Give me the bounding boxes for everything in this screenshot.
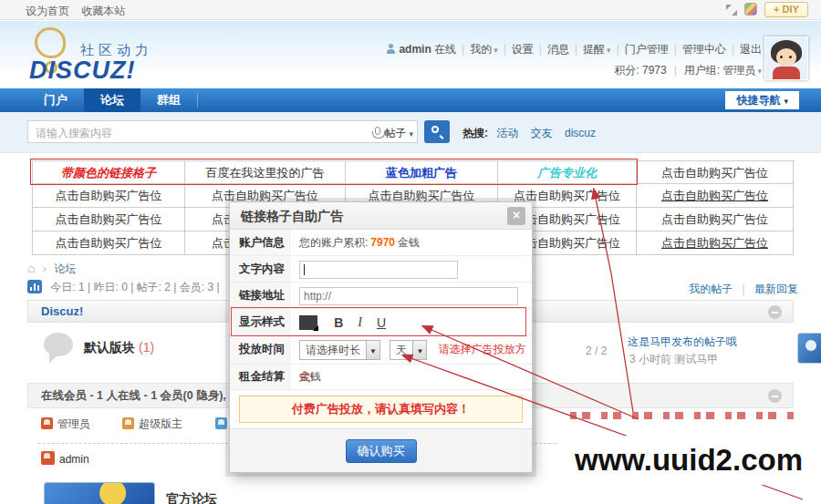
forum-name-link[interactable]: 默认版块(1)	[84, 340, 154, 356]
hot-search-label: 热搜:	[462, 127, 488, 139]
italic-button[interactable]: I	[351, 310, 369, 335]
collapse-icon[interactable]	[768, 389, 782, 403]
stats-text: 今日: 1 | 昨日: 0 | 帖子: 2 | 会员: 3 |	[50, 281, 219, 293]
text-content-label: 文字内容	[230, 256, 290, 282]
user-links-row: admin 在线|我的|设置|消息|提醒|门户管理|管理中心|退出	[386, 42, 762, 57]
display-style-label: 显示样式	[230, 309, 290, 334]
user-icon	[386, 44, 396, 54]
ad-text-input[interactable]	[299, 261, 458, 279]
duration-select[interactable]: 请选择时长	[299, 340, 380, 360]
hot-link-3[interactable]: discuz	[565, 127, 596, 139]
ad-header-blue-bold[interactable]: 蓝色加粗广告	[346, 161, 498, 184]
online-members-title: 在线会员 - 1 人在线 - 1 会员(0 隐身), 0 位	[41, 389, 250, 402]
account-row: 账户信息 您的账户累积:7970金钱	[230, 230, 532, 256]
super-mod-group-icon	[122, 417, 134, 429]
link-url-row: 链接地址 http://	[230, 283, 532, 309]
latest-replies-link[interactable]: 最新回复	[754, 283, 798, 295]
search-band: 请输入搜索内容 帖子 热搜: 活动 交友 discuz	[0, 112, 821, 153]
account-credit-value: 7970	[370, 236, 395, 249]
widescreen-toggle-icon[interactable]	[726, 5, 737, 15]
logout-link[interactable]: 退出	[740, 43, 762, 56]
rent-label: 租金结算	[230, 365, 290, 389]
breadcrumb-current[interactable]: 论坛	[54, 262, 76, 275]
underline-button[interactable]: U	[372, 310, 390, 335]
stats-chart-icon	[27, 280, 42, 293]
online-member-item[interactable]: admin	[41, 451, 89, 466]
search-input[interactable]: 请输入搜索内容 帖子	[27, 120, 418, 143]
collapse-icon[interactable]	[768, 305, 782, 319]
ad-header-professional[interactable]: 广告专业化	[498, 161, 637, 184]
my-posts-link[interactable]: 我的帖子	[689, 283, 733, 295]
theme-palette-icon[interactable]	[744, 3, 757, 15]
search-placeholder: 请输入搜索内容	[36, 126, 112, 141]
diy-button[interactable]: + DIY	[764, 2, 808, 17]
hot-link-2[interactable]: 交友	[531, 127, 553, 139]
category-title[interactable]: Discuz!	[41, 304, 83, 318]
right-links: 我的帖子 | 最新回复	[689, 282, 798, 297]
forum-bubble-icon	[44, 333, 73, 356]
nav-portal[interactable]: 门户	[27, 88, 84, 112]
reminders-menu[interactable]: 提醒	[583, 43, 611, 56]
unit-select[interactable]: 天	[390, 340, 427, 360]
ad-slot-link[interactable]: 点击自助购买广告位	[33, 231, 185, 255]
color-picker-swatch[interactable]	[299, 315, 317, 330]
site-header: 社区动力 DISCUZ! admin 在线|我的|设置|消息|提醒|门户管理|管…	[0, 21, 821, 88]
set-home-link[interactable]: 设为首页	[26, 5, 69, 17]
ad-header-baidu[interactable]: 百度在我这里投的广告	[185, 161, 346, 184]
official-forum-logo[interactable]	[44, 482, 155, 504]
confirm-purchase-button[interactable]: 确认购买	[346, 439, 417, 463]
text-content-row: 文字内容	[230, 256, 532, 283]
admin-center-link[interactable]: 管理中心	[682, 43, 726, 56]
nav-forum[interactable]: 论坛	[84, 88, 140, 112]
hot-link-1[interactable]: 活动	[496, 127, 518, 139]
avatar[interactable]	[764, 36, 808, 80]
forum-stats: 今日: 1 | 昨日: 0 | 帖子: 2 | 会员: 3 |	[27, 280, 220, 295]
username-link[interactable]: admin	[399, 43, 431, 56]
settings-link[interactable]: 设置	[512, 43, 534, 56]
member-avatar-icon	[41, 451, 55, 465]
bold-button[interactable]: B	[329, 310, 348, 335]
ad-slot-link[interactable]: 点击自助购买广告位	[637, 208, 794, 231]
messages-link[interactable]: 消息	[547, 43, 569, 56]
ad-slot-link[interactable]: 点击自助购买广告位	[33, 184, 185, 208]
credits-link[interactable]: 积分: 7973	[614, 64, 666, 77]
bookmark-link[interactable]: 收藏本站	[81, 5, 125, 17]
last-poster-avatar[interactable]	[797, 333, 821, 364]
site-logo[interactable]: 社区动力 DISCUZ!	[27, 26, 228, 86]
hot-search: 热搜: 活动 交友 discuz	[462, 126, 605, 141]
nav-groups[interactable]: 群组	[140, 88, 197, 112]
last-post-meta: 3 小时前 测试马甲	[629, 352, 718, 367]
main-nav: 门户 论坛 群组 快捷导航	[0, 88, 821, 112]
close-icon[interactable]: ×	[507, 207, 525, 225]
quick-nav-button[interactable]: 快捷导航	[725, 91, 799, 109]
ad-header-colored-link[interactable]: 带颜色的链接格子	[33, 161, 185, 184]
duration-row: 投放时间 请选择时长 天 请选择广告投放方式!	[230, 335, 532, 365]
chevron-down-icon	[412, 340, 427, 360]
home-icon[interactable]: ⌂	[27, 261, 35, 275]
ad-url-input[interactable]: http://	[299, 287, 518, 305]
dialog-titlebar[interactable]: 链接格子自助广告 ×	[230, 202, 532, 230]
ad-slot-link[interactable]: 点击自助购买广告位	[637, 184, 794, 208]
watermark: www.uuid2.com	[558, 436, 819, 485]
voice-search-icon[interactable]	[375, 127, 380, 135]
online-status: 在线	[434, 43, 456, 56]
last-post-link[interactable]: 这是马甲发布的帖子哦	[628, 334, 737, 350]
portal-admin-link[interactable]: 门户管理	[625, 43, 669, 56]
display-style-row: 显示样式 B I U	[230, 309, 532, 335]
admin-group-icon	[41, 417, 53, 429]
mod-group-icon	[215, 417, 227, 429]
search-button[interactable]	[424, 120, 450, 143]
ad-slot-link[interactable]: 点击自助购买广告位	[33, 208, 185, 231]
search-type-dropdown[interactable]: 帖子	[384, 126, 413, 141]
user-credit-row: 积分: 7973|用户组: 管理员	[614, 63, 762, 78]
rent-value: 金钱	[290, 365, 532, 389]
ad-header-buy[interactable]: 点击自助购买广告位	[637, 161, 794, 184]
official-forum-name[interactable]: 官方论坛	[166, 491, 217, 504]
ad-slot-link[interactable]: 点击自助购买广告位	[637, 231, 794, 255]
forum-today-count: (1)	[139, 340, 154, 355]
dialog-footer: 确认购买	[230, 428, 532, 472]
my-menu[interactable]: 我的	[470, 43, 498, 56]
usergroup-link[interactable]: 用户组: 管理员	[684, 64, 762, 77]
bulb-icon	[35, 27, 66, 58]
search-icon	[431, 126, 439, 133]
